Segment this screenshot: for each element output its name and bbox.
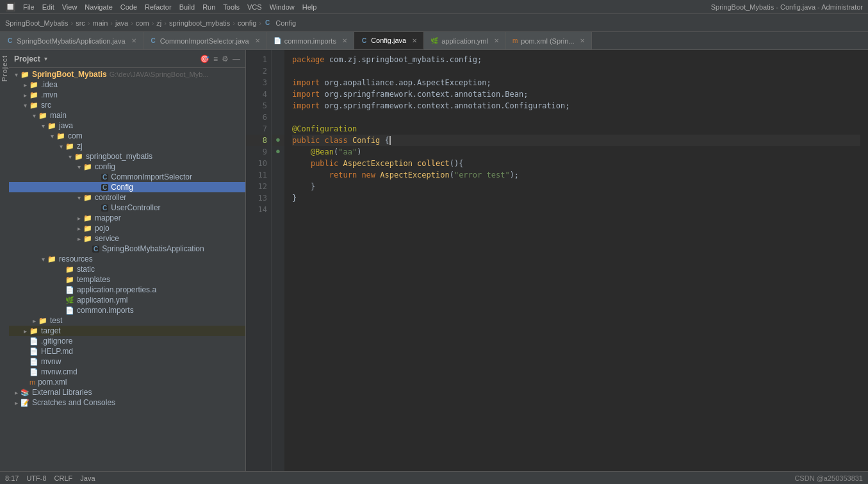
tree-item-templates[interactable]: 📁 templates <box>9 274 245 285</box>
project-strip-label[interactable]: Project <box>1 55 8 81</box>
tab-close-appyaml[interactable]: ✕ <box>494 37 499 44</box>
tab-close-commonimport[interactable]: ✕ <box>255 37 260 44</box>
tree-item-config-folder[interactable]: ▾ 📁 config <box>9 162 245 172</box>
tree-label-mvnw: mvnw <box>41 357 61 366</box>
bc-main[interactable]: main <box>92 19 108 27</box>
menu-help[interactable]: Help <box>302 3 317 11</box>
tree-item-mapper[interactable]: ▸ 📁 mapper <box>9 213 245 223</box>
tree-item-controller[interactable]: ▾ 📁 controller <box>9 192 245 203</box>
sidebar-collapse-icon[interactable]: ≡ <box>213 54 218 63</box>
tab-close-springbootapp[interactable]: ✕ <box>131 37 136 44</box>
tree-label-helpmd: HELP.md <box>41 347 73 356</box>
sidebar-tree[interactable]: ▾ 📁 SpringBoot_Mybatis G:\dev\JAVA\Sprin… <box>9 68 245 471</box>
tree-item-scratches[interactable]: ▸ 📝 Scratches and Consoles <box>9 397 245 408</box>
tree-item-service[interactable]: ▸ 📁 service <box>9 233 245 244</box>
tree-label-java: java <box>59 121 73 130</box>
tabs-bar: C SpringBootMybatisApplication.java ✕ C … <box>0 32 868 50</box>
menu-navigate[interactable]: Navigate <box>85 3 112 11</box>
menu-window[interactable]: Window <box>270 3 295 11</box>
tree-label-commonimportselector: CommonImportSelector <box>111 172 192 181</box>
code-line-6 <box>292 112 860 123</box>
arrow-pojo: ▸ <box>74 225 83 232</box>
menu-file[interactable]: File <box>23 3 35 11</box>
tree-item-springboot-mybatis[interactable]: ▾ 📁 springboot_mybatis <box>9 151 245 162</box>
tree-item-springbootmybatisapp[interactable]: C SpringBootMybatisApplication <box>9 244 245 254</box>
tab-config[interactable]: C Config.java ✕ <box>354 32 424 49</box>
tree-item-src[interactable]: ▾ 📁 src <box>9 100 245 110</box>
tab-close-commonimports[interactable]: ✕ <box>342 37 347 44</box>
line-num-12: 12 <box>246 181 267 192</box>
tree-item-appyaml[interactable]: 🌿 application.yml <box>9 295 245 305</box>
bc-project[interactable]: SpringBoot_Mybatis <box>5 19 68 27</box>
tab-pomxml[interactable]: m pom.xml (Sprin... ✕ <box>506 32 592 49</box>
tab-close-pomxml[interactable]: ✕ <box>580 37 585 44</box>
tree-item-idea[interactable]: ▸ 📁 .idea <box>9 79 245 90</box>
menu-view[interactable]: View <box>62 3 78 11</box>
tree-item-zj[interactable]: ▾ 📁 zj <box>9 141 245 151</box>
tree-label-springbootmybatisapp: SpringBootMybatisApplication <box>102 244 204 253</box>
bc-java[interactable]: java <box>115 19 128 27</box>
code-line-7: @Configuration <box>292 123 860 135</box>
tree-item-mvnwcmd[interactable]: 📄 mvnw.cmd <box>9 367 245 377</box>
tab-springbootapp[interactable]: C SpringBootMybatisApplication.java ✕ <box>0 32 143 49</box>
tree-label-gitignore: .gitignore <box>41 337 72 346</box>
tree-item-test[interactable]: ▸ 📁 test <box>9 315 245 326</box>
bc-com[interactable]: com <box>136 19 149 27</box>
line-num-14: 14 <box>246 204 267 215</box>
code-area[interactable]: package com.zj.springboot_mybatis.config… <box>284 50 868 471</box>
sidebar-minimize-icon[interactable]: — <box>233 54 240 63</box>
tree-label-resources: resources <box>59 255 93 263</box>
tab-commonimport[interactable]: C CommonImportSelector.java ✕ <box>143 32 267 49</box>
panel-dropdown-icon[interactable]: ▾ <box>44 55 47 62</box>
code-line-12: } <box>292 181 860 192</box>
menu-build[interactable]: Build <box>179 3 195 11</box>
tree-item-helpmd[interactable]: 📄 HELP.md <box>9 346 245 356</box>
tab-commonimports[interactable]: 📄 common.imports ✕ <box>267 32 354 49</box>
bc-config-file[interactable]: Config <box>275 19 296 27</box>
tree-item-target[interactable]: ▸ 📁 target <box>9 326 245 336</box>
menu-vcs[interactable]: VCS <box>247 3 262 11</box>
tree-item-pojo[interactable]: ▸ 📁 pojo <box>9 223 245 233</box>
bc-src[interactable]: src <box>76 19 85 27</box>
imports-icon-commonimports: 📄 <box>65 306 74 315</box>
tree-item-config[interactable]: C Config <box>9 182 245 192</box>
line-num-1: 1 <box>246 54 267 65</box>
editor-content[interactable]: 1 2 3 4 5 6 7 8 9 10 11 12 13 14 <box>246 50 868 471</box>
tree-item-pomxml[interactable]: m pom.xml <box>9 377 245 387</box>
bc-zj[interactable]: zj <box>156 19 161 27</box>
menu-code[interactable]: Code <box>120 3 137 11</box>
tree-label-idea: .idea <box>41 80 58 89</box>
tree-item-commonimports[interactable]: 📄 common.imports <box>9 305 245 315</box>
tree-label-config-folder: config <box>95 162 115 171</box>
tree-item-appproperties[interactable]: 📄 application.properties.a <box>9 285 245 295</box>
bc-config-folder[interactable]: config <box>238 19 256 27</box>
sidebar-header: Project ▾ 🎯 ≡ ⚙ — <box>9 50 245 68</box>
sidebar-settings-icon[interactable]: ⚙ <box>222 54 229 63</box>
tree-item-commonimportselector[interactable]: C CommonImportSelector <box>9 172 245 182</box>
bottom-bar: 8:17 UTF-8 CRLF Java CSDN @a250353831 <box>0 471 868 484</box>
folder-icon-java: 📁 <box>47 122 56 130</box>
tree-item-main[interactable]: ▾ 📁 main <box>9 110 245 121</box>
tree-item-java[interactable]: ▾ 📁 java <box>9 121 245 131</box>
tree-item-usercontroller[interactable]: C UserController <box>9 203 245 213</box>
tree-item-com[interactable]: ▾ 📁 com <box>9 131 245 141</box>
folder-icon-idea: 📁 <box>29 81 38 89</box>
bc-springboot[interactable]: springboot_mybatis <box>169 19 230 27</box>
tree-item-mvnw[interactable]: 📄 mvnw <box>9 356 245 367</box>
tree-item-gitignore[interactable]: 📄 .gitignore <box>9 336 245 346</box>
tree-item-static[interactable]: 📁 static <box>9 264 245 274</box>
tab-appyaml[interactable]: 🌿 application.yml ✕ <box>424 32 506 49</box>
sidebar-locate-icon[interactable]: 🎯 <box>200 54 209 63</box>
folder-icon-test: 📁 <box>38 317 47 325</box>
menu-refactor[interactable]: Refactor <box>145 3 172 11</box>
project-strip: Project <box>0 50 9 471</box>
tree-item-resources[interactable]: ▾ 📁 resources <box>9 254 245 264</box>
folder-icon-mapper: 📁 <box>83 214 92 222</box>
menu-tools[interactable]: Tools <box>223 3 240 11</box>
tree-item-external-libs[interactable]: ▸ 📚 External Libraries <box>9 387 245 397</box>
tree-item-mvn[interactable]: ▸ 📁 .mvn <box>9 90 245 100</box>
menu-run[interactable]: Run <box>202 3 215 11</box>
tab-close-config[interactable]: ✕ <box>412 37 417 44</box>
menu-edit[interactable]: Edit <box>42 3 54 11</box>
tree-item-root[interactable]: ▾ 📁 SpringBoot_Mybatis G:\dev\JAVA\Sprin… <box>9 69 245 79</box>
